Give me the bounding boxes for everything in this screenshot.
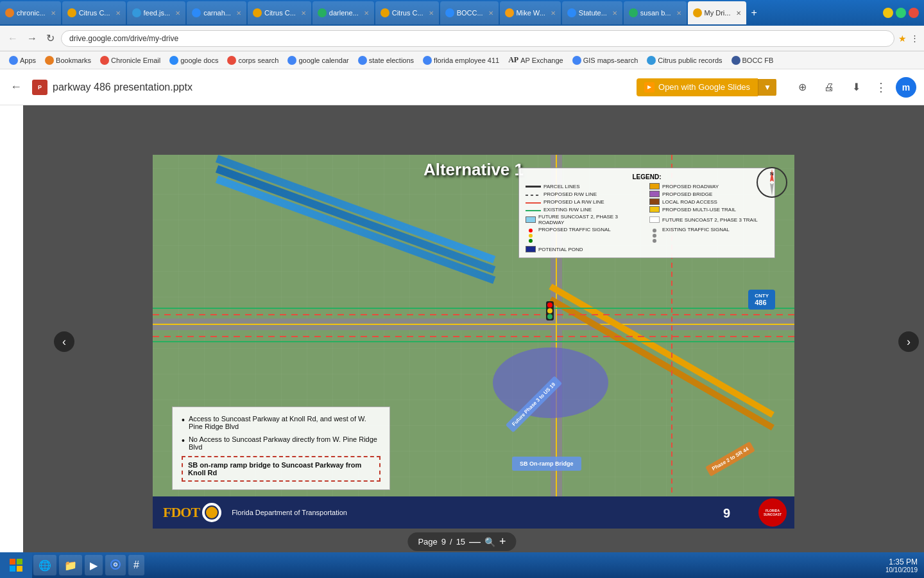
svg-rect-7 (17, 566, 22, 572)
bookmark-corps-search[interactable]: corps search (223, 55, 282, 66)
more-options-button[interactable]: ⋮ (873, 78, 889, 97)
page-total-display: 15 (456, 537, 465, 547)
fdot-logo: FDOT Florida Department of Transportatio… (163, 503, 347, 522)
page-separator: / (450, 537, 452, 547)
slide-content: Alternative 1 (153, 155, 794, 529)
url-input[interactable] (61, 30, 894, 47)
zoom-out-button[interactable]: — (469, 535, 481, 548)
page-label: Page (418, 537, 437, 547)
clock-date: 10/10/2019 (886, 566, 918, 574)
bookmark-gis-maps[interactable]: GIS maps-search (569, 55, 642, 66)
svg-rect-4 (10, 559, 15, 565)
row-line-red-top (153, 314, 794, 315)
legend-box: LEGEND: PARCEL LINES PROPOSED ROADWAY (518, 168, 775, 258)
media-icon: ▶ (90, 559, 98, 572)
svg-point-10 (114, 563, 117, 566)
bookmark-citrus-records[interactable]: Citrus public records (643, 55, 726, 66)
open-with-button[interactable]: ▶ Open with Google Slides ▼ (637, 78, 776, 96)
compass-icon: N (756, 166, 788, 198)
tab-susanb[interactable]: susan b... ✕ (624, 1, 687, 24)
row-line-red-bottom (153, 336, 794, 337)
file-name: parkway 486 presentation.pptx (53, 82, 631, 93)
content-area: ← P parkway 486 presentation.pptx ▶ Open… (0, 69, 924, 578)
bookmarks-bar: Apps Bookmarks Chronicle Email google do… (0, 51, 924, 69)
zoom-search-icon: 🔍 (484, 537, 495, 547)
drive-back-button[interactable]: ← (8, 78, 24, 96)
file-icon-container: P (32, 80, 47, 95)
fdot-footer: FDOT Florida Department of Transportatio… (153, 496, 794, 529)
bookmark-state-elections[interactable]: state elections (354, 55, 418, 66)
zoom-in-button[interactable]: + (499, 535, 506, 548)
clock-time: 1:35 PM (886, 557, 918, 566)
tab-mikew[interactable]: Mike W... ✕ (500, 1, 561, 24)
bookmark-apps[interactable]: Apps (5, 55, 40, 66)
drive-header: ← P parkway 486 presentation.pptx ▶ Open… (0, 69, 924, 105)
user-avatar[interactable]: m (896, 77, 916, 98)
tab-darlene[interactable]: darlene... ✕ (312, 1, 374, 24)
slide-text-box: • Access to Suncoast Parkway at Knoll Rd… (172, 407, 390, 490)
tab-citrus2[interactable]: Citrus C... ✕ (248, 1, 311, 24)
settings-icon[interactable]: ⋮ (911, 33, 919, 43)
bookmark-google-docs[interactable]: google docs (166, 55, 222, 66)
open-with-dropdown-arrow[interactable]: ▼ (758, 79, 776, 96)
close-button[interactable] (909, 8, 919, 18)
bookmark-bookmarks[interactable]: Bookmarks (41, 55, 95, 66)
add-icon-button[interactable]: ⊕ (792, 77, 812, 98)
minimize-button[interactable] (883, 8, 893, 18)
tab-citrus3[interactable]: Citrus C... ✕ (375, 1, 439, 24)
taskbar-media-button[interactable]: ▶ (85, 555, 103, 575)
taskbar-explorer-button[interactable]: 📁 (59, 555, 82, 575)
download-icon-button[interactable]: ⬇ (846, 77, 866, 98)
chrome-icon (110, 559, 121, 572)
tab-citrus1[interactable]: Citrus C... ✕ (62, 1, 126, 24)
back-button[interactable]: ← (5, 31, 21, 46)
taskbar-chrome-button[interactable] (105, 555, 126, 575)
windows-taskbar: 🌐 📁 ▶ # 1:35 PM 10/10/2019 (0, 552, 924, 578)
taskbar-slack-button[interactable]: # (128, 555, 144, 575)
fdot-department-text: Florida Department of Transportation (232, 509, 347, 516)
slide-page-indicator: 9 (723, 506, 730, 521)
svg-rect-5 (17, 559, 22, 565)
legend-title: LEGEND: (526, 173, 768, 180)
window-controls (878, 8, 924, 18)
slides-icon: ▶ (644, 82, 654, 92)
new-tab-button[interactable]: + (748, 7, 761, 19)
bookmark-bocc-fb[interactable]: BOCC FB (728, 55, 778, 66)
reload-button[interactable]: ↻ (44, 31, 57, 46)
maximize-button[interactable] (896, 8, 906, 18)
page-current-display: 9 (441, 537, 446, 547)
tab-carnah[interactable]: carnah... ✕ (187, 1, 246, 24)
tab-statutes[interactable]: Statute... ✕ (562, 1, 622, 24)
tab-bocc[interactable]: BOCC... ✕ (440, 1, 499, 24)
taskbar-ie-button[interactable]: 🌐 (33, 555, 56, 575)
bookmark-chronicle-email[interactable]: Chronicle Email (96, 55, 164, 66)
browser-tab-bar: chronic... ✕ Citrus C... ✕ feed.js... ✕ … (0, 0, 924, 26)
start-button[interactable] (0, 552, 32, 578)
svg-text:N: N (770, 171, 774, 177)
tab-mydrive[interactable]: My Dri... ✕ (688, 1, 746, 24)
svg-marker-2 (770, 183, 774, 196)
bullet-2: • No Access to Suncoast Parkway directly… (182, 435, 381, 451)
bookmark-ap-exchange[interactable]: AP AP Exchange (504, 54, 567, 66)
bookmark-google-calendar[interactable]: google calendar (284, 55, 352, 66)
forward-button[interactable]: → (24, 31, 40, 46)
tab-feedjs[interactable]: feed.js... ✕ (127, 1, 186, 24)
bookmark-florida-411[interactable]: florida employee 411 (419, 55, 503, 66)
row-line-green-bottom (153, 341, 794, 342)
taskbar-clock-area: 1:35 PM 10/10/2019 (879, 557, 924, 574)
pptx-icon: P (32, 80, 47, 95)
fdot-logo-text: FDOT (163, 503, 221, 522)
tab-chronicle[interactable]: chronic... ✕ (0, 1, 61, 24)
prev-slide-button[interactable]: ‹ (54, 331, 74, 352)
print-icon-button[interactable]: 🖨 (819, 77, 839, 98)
system-clock: 1:35 PM 10/10/2019 (886, 557, 918, 574)
bookmark-star-icon[interactable]: ★ (898, 33, 907, 44)
sb-onramp-label: SB On-ramp Bridge (512, 457, 581, 471)
svg-rect-6 (10, 566, 15, 572)
open-with-slides-button[interactable]: ▶ Open with Google Slides (637, 78, 758, 96)
bullet-1: • Access to Suncoast Parkway at Knoll Rd… (182, 415, 381, 430)
close-tab-icon[interactable]: ✕ (736, 10, 741, 17)
next-slide-button[interactable]: › (898, 331, 919, 352)
highlighted-text: SB on-ramp ramp bridge to Suncoast Parkw… (182, 456, 381, 482)
address-bar-row: ← → ↻ ★ ⋮ (0, 26, 924, 51)
